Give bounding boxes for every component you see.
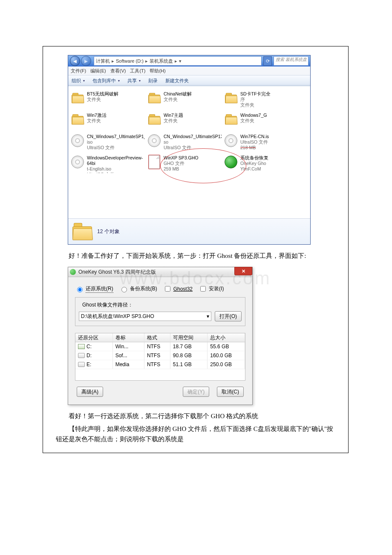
crumb[interactable]: Software (D:) xyxy=(116,58,144,64)
folder-icon xyxy=(147,91,161,105)
paragraph: 好！准备工作好了，下面开始装系统，第一步：打开 Ghost 备份还原工具，界面如… xyxy=(56,251,335,261)
grid-row[interactable]: C:Win...NTFS18.7 GB55.6 GB xyxy=(75,342,245,351)
status-bar: 12 个对象 xyxy=(68,218,310,244)
toolbar: 组织 包含到库中 共享 刻录 新建文件夹 xyxy=(68,75,310,86)
col-label: 卷标 xyxy=(113,333,144,342)
ok-button[interactable]: 确定(Y) xyxy=(183,387,209,397)
col-part: 还原分区 xyxy=(75,333,113,342)
disc-icon xyxy=(71,134,84,147)
grid-row[interactable]: E:MediaNTFS51.1 GB250.0 GB xyxy=(75,360,245,369)
open-button[interactable]: 打开(O) xyxy=(215,311,242,321)
file-item[interactable]: SD卡TF卡完全序文件夹 xyxy=(224,90,298,109)
gho-icon xyxy=(147,155,161,169)
dialog-titlebar: OneKey Ghost Y6.3 四周年纪念版 ✕ xyxy=(68,267,252,277)
address-drop-icon[interactable]: ▾ xyxy=(179,58,185,64)
menu-file[interactable]: 文件(F) xyxy=(71,68,86,74)
tb-include[interactable]: 包含到库中 xyxy=(92,78,120,84)
menu-tools[interactable]: 工具(T) xyxy=(130,68,145,74)
folder-icon xyxy=(224,91,238,105)
radio-backup[interactable]: 备份系统(B) xyxy=(119,285,157,292)
folder-icon xyxy=(71,91,84,105)
refresh-button[interactable]: ⟳ xyxy=(263,56,272,66)
file-item[interactable]: Win7主题文件夹 xyxy=(147,112,222,130)
fieldset-legend: Ghost 映像文件路径： xyxy=(81,301,135,309)
file-item[interactable]: CN_Windows7_UltimateSP1X86.isoUltraISO 文… xyxy=(147,133,222,152)
file-item[interactable]: BT5无线网破解文件夹 xyxy=(71,90,145,109)
menu-help[interactable]: 帮助(H) xyxy=(150,68,165,74)
close-button[interactable]: ✕ xyxy=(234,267,252,275)
document-page: ◄ ► 计算机▸ Software (D:)▸ 装机系统盘▸ ▾ ⟳ 搜索 装机… xyxy=(43,46,349,453)
file-list: BT5无线网破解文件夹ChinaNet破解文件夹SD卡TF卡完全序文件夹Win7… xyxy=(68,86,310,218)
search-input[interactable]: 搜索 装机系统盘 xyxy=(274,56,308,66)
explorer-window: ◄ ► 计算机▸ Software (D:)▸ 装机系统盘▸ ▾ ⟳ 搜索 装机… xyxy=(68,55,311,245)
image-path-text: D:\装机系统盘\WinXP SP3.GHO xyxy=(81,313,154,320)
file-item[interactable]: CN_Windows7_UltimateSP1_X64.isoUltraISO … xyxy=(71,133,145,152)
file-item[interactable]: WindowsDeveloperPreview-64bit-English.is… xyxy=(71,154,145,173)
menu-edit[interactable]: 编辑(E) xyxy=(90,68,106,74)
menu-view[interactable]: 查看(V) xyxy=(110,68,126,74)
radio-restore[interactable]: 还原系统(R) xyxy=(75,285,113,293)
tb-burn[interactable]: 刻录 xyxy=(148,78,158,84)
col-fmt: 格式 xyxy=(144,333,170,342)
col-free: 可用空间 xyxy=(170,333,208,342)
file-item[interactable]: ChinaNet破解文件夹 xyxy=(147,90,222,109)
folder-icon xyxy=(71,113,84,126)
advanced-button[interactable]: 高级(A) xyxy=(77,387,103,397)
dialog-title: OneKey Ghost Y6.3 四周年纪念版 xyxy=(78,269,156,276)
file-item[interactable]: Win7PE-CN.isUltraISO 文件218 MB xyxy=(224,133,298,152)
back-button[interactable]: ◄ xyxy=(70,56,80,66)
file-item[interactable]: 系统备份恢复OneKey GhoYlmF.CoM xyxy=(224,154,298,173)
folder-icon xyxy=(72,223,92,240)
address-bar[interactable]: 计算机▸ Software (D:)▸ 装机系统盘▸ ▾ xyxy=(94,56,262,66)
chk-install[interactable]: 安装(I) xyxy=(199,285,224,293)
file-item[interactable]: WinXP SP3.GHOGHO 文件259 MB xyxy=(147,154,222,173)
folder-icon xyxy=(224,113,238,126)
file-item[interactable]: Win7激活文件夹 xyxy=(71,112,145,130)
chk-ghost32[interactable]: Ghost32 xyxy=(163,285,193,293)
forward-button[interactable]: ► xyxy=(81,56,91,66)
explorer-titlebar: ◄ ► 计算机▸ Software (D:)▸ 装机系统盘▸ ▾ ⟳ 搜索 装机… xyxy=(68,55,310,66)
paragraph: 看好！第一行选还原系统，第二行选择你下载那个 GHO 格式的系统 xyxy=(56,411,335,421)
tb-share[interactable]: 共享 xyxy=(127,78,141,84)
folder-icon xyxy=(147,113,161,126)
crumb[interactable]: 计算机 xyxy=(96,58,110,64)
file-item[interactable]: Windows7_G文件夹 xyxy=(224,112,298,130)
tb-organize[interactable]: 组织 xyxy=(72,78,85,84)
chevron-down-icon[interactable]: ▾ xyxy=(207,313,209,319)
status-text: 12 个对象 xyxy=(97,228,120,235)
paragraph: 【特此声明，如果你发现你选择好的 GHO 文件后，然后下面选择 C盘后发现最底下… xyxy=(56,424,335,444)
crumb[interactable]: 装机系统盘 xyxy=(150,58,173,64)
disc-icon xyxy=(224,134,238,147)
tb-newfolder[interactable]: 新建文件夹 xyxy=(165,78,189,84)
cancel-button[interactable]: 取消(C) xyxy=(217,387,244,397)
dialog-footer: 高级(A) 确定(Y) 取消(C) xyxy=(75,381,245,399)
partition-grid[interactable]: 还原分区 卷标 格式 可用空间 总大小 C:Win...NTFS18.7 GB5… xyxy=(75,333,245,381)
grid-row[interactable]: D:Sof...NTFS90.8 GB160.0 GB xyxy=(75,351,245,360)
ghost-dialog: OneKey Ghost Y6.3 四周年纪念版 ✕ 还原系统(R) 备份系统(… xyxy=(68,267,253,405)
image-path-group: Ghost 映像文件路径： D:\装机系统盘\WinXP SP3.GHO ▾ 打… xyxy=(75,297,245,326)
image-path-combo[interactable]: D:\装机系统盘\WinXP SP3.GHO ▾ xyxy=(79,312,211,321)
disc-icon xyxy=(71,155,84,169)
disc-icon xyxy=(147,134,161,147)
grid-header: 还原分区 卷标 格式 可用空间 总大小 xyxy=(75,333,245,342)
swirl-icon xyxy=(224,155,238,169)
menu-bar: 文件(F) 编辑(E) 查看(V) 工具(T) 帮助(H) xyxy=(68,66,310,75)
col-total: 总大小 xyxy=(208,333,245,342)
options-row: 还原系统(R) 备份系统(B) Ghost32 安装(I) xyxy=(75,285,245,293)
app-icon xyxy=(70,269,76,275)
